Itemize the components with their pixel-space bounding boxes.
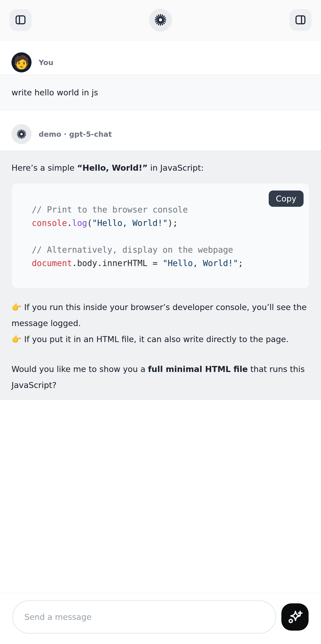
right-panel-toggle-button[interactable] (290, 9, 312, 31)
user-author-row: 🧑 You (0, 40, 321, 75)
assistant-author-row: demo · gpt-5-chat (0, 110, 321, 150)
message-composer-bar (0, 593, 321, 644)
assistant-followup-text: Would you like me to show you a full min… (11, 361, 310, 393)
user-author-label: You (39, 58, 53, 67)
panel-left-icon (15, 14, 26, 26)
person-emoji: 🧑 (13, 56, 29, 69)
panel-right-icon (295, 14, 306, 26)
message-input[interactable] (12, 600, 276, 634)
code-content: // Print to the browser consoleconsole.l… (12, 183, 309, 270)
code-block: Copy // Print to the browser consolecons… (11, 183, 310, 288)
assistant-intro-text: Here’s a simple “Hello, World!” in JavaS… (11, 160, 310, 176)
app-logo-button[interactable] (149, 8, 172, 32)
copy-code-button[interactable]: Copy (269, 190, 304, 207)
top-bar (0, 0, 321, 40)
sidebar-toggle-button[interactable] (9, 9, 31, 31)
assistant-avatar (11, 124, 31, 144)
user-message-bubble: write hello world in js (0, 75, 321, 110)
starburst-avatar-icon (16, 129, 26, 139)
assistant-tips-text: 👉 If you run this inside your browser’s … (11, 299, 310, 347)
send-button[interactable] (281, 603, 309, 630)
sparkle-plus-icon (287, 609, 303, 625)
assistant-author-label: demo · gpt-5-chat (39, 130, 112, 138)
assistant-message-body: Here’s a simple “Hello, World!” in JavaS… (0, 150, 321, 400)
user-avatar: 🧑 (11, 52, 31, 72)
empty-scroll-area (0, 400, 321, 593)
starburst-logo-icon (155, 14, 166, 26)
user-message-text: write hello world in js (11, 88, 98, 97)
